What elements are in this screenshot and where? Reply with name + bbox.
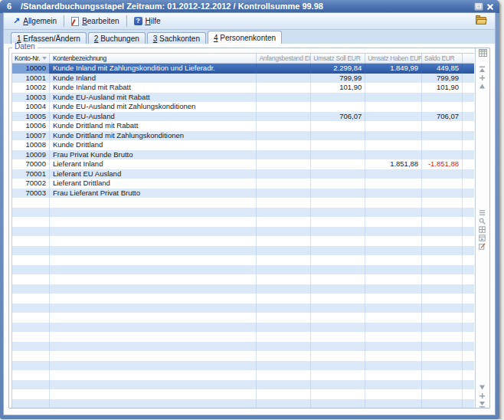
table-row[interactable]: 70001Lieferant EU Ausland: [12, 169, 474, 179]
table-row[interactable]: 70003Frau Lieferant Privat Brutto: [12, 189, 474, 199]
toolbar-button-label: Bearbeiten: [82, 17, 119, 25]
empty-cell: [12, 284, 50, 294]
cell-filler: [463, 179, 474, 189]
empty-cell: [422, 370, 463, 380]
empty-row: [12, 236, 474, 246]
empty-cell: [422, 284, 463, 294]
table-header-row: Konto-Nr.KontenbezeichnungAnfangsbestand…: [12, 54, 474, 64]
search-icon[interactable]: [479, 218, 487, 225]
toolbar-button-allgemein[interactable]: ↗Allgemein: [8, 15, 62, 28]
empty-row: [12, 313, 474, 323]
empty-cell: [365, 380, 422, 390]
table-row[interactable]: 10009Frau Privat Kunde Brutto: [12, 150, 474, 160]
cell-nr: 10007: [12, 131, 50, 141]
table-row[interactable]: 10001Kunde Inland799,99799,99: [12, 74, 474, 84]
column-header-label: Umsatz Soll EUR: [313, 54, 360, 63]
empty-cell: [12, 236, 50, 246]
cell-anfang: [257, 74, 311, 84]
cell-filler: [463, 189, 474, 199]
scroll-bottom-icon[interactable]: [479, 401, 487, 409]
tab-sachkonten[interactable]: 3 Sachkonten: [147, 32, 206, 44]
column-header-6[interactable]: Saldo EUR: [422, 54, 463, 63]
empty-cell: [463, 313, 474, 323]
table-row[interactable]: 10003Kunde EU-Ausland mit Rabatt: [12, 93, 474, 103]
cell-anfang: [257, 83, 311, 93]
title-bar[interactable]: 6 /Standardbuchungsstapel Zeitraum: 01.2…: [0, 0, 499, 13]
empty-cell: [257, 370, 311, 380]
empty-cell: [311, 304, 365, 313]
empty-cell: [257, 255, 311, 265]
close-button[interactable]: [486, 2, 495, 11]
empty-cell: [50, 284, 257, 294]
layout-restore-icon[interactable]: [479, 235, 487, 242]
empty-cell: [422, 198, 463, 208]
application-window: 6 /Standardbuchungsstapel Zeitraum: 01.2…: [0, 0, 499, 419]
scroll-up-icon[interactable]: [479, 83, 487, 90]
cell-soll: [311, 121, 365, 131]
cell-soll: 101,90: [311, 83, 365, 93]
cell-haben: [365, 121, 422, 131]
empty-cell: [311, 389, 365, 399]
column-header-4[interactable]: Umsatz Soll EUR: [311, 54, 365, 63]
table-row[interactable]: 10007Kunde Drittland mit Zahlungskonditi…: [12, 131, 474, 141]
empty-row: [12, 217, 474, 227]
cell-filler: [463, 102, 474, 112]
empty-cell: [365, 284, 422, 294]
empty-cell: [311, 208, 365, 218]
cell-anfang: [257, 112, 311, 122]
empty-row: [12, 389, 474, 399]
table-row[interactable]: 10002Kunde Inland mit Rabatt101,90101,90: [12, 83, 474, 93]
toolbar-separator: [64, 15, 64, 27]
column-header-2[interactable]: Kontenbezeichnung: [50, 54, 257, 63]
empty-cell: [311, 255, 365, 265]
list-menu-icon[interactable]: [479, 209, 487, 217]
cell-haben: 1.851,88: [365, 159, 422, 169]
table-row[interactable]: 70002Lieferant Drittland: [12, 179, 474, 189]
empty-row: [12, 332, 474, 342]
cell-soll: 799,99: [311, 74, 365, 84]
empty-cell: [365, 294, 422, 304]
column-header-3[interactable]: Anfangsbestand EUR: [257, 54, 311, 63]
edit-row-icon[interactable]: [479, 243, 487, 251]
empty-cell: [365, 370, 422, 380]
table-row[interactable]: 70000Lieferant Inland1.851,88-1.851,88: [12, 159, 474, 169]
cell-anfang: [257, 102, 311, 112]
column-header-5[interactable]: Umsatz Haben EUR: [365, 54, 422, 63]
empty-cell: [311, 313, 365, 323]
tab-buchungen[interactable]: 2 Buchungen: [88, 32, 146, 44]
table-row[interactable]: 10005Kunde EU-Ausland706,07706,07: [12, 112, 474, 122]
empty-cell: [311, 236, 365, 246]
open-folder-button[interactable]: [476, 16, 487, 25]
empty-row: [12, 208, 474, 218]
table-row[interactable]: 10000Kunde Inland mit Zahlungskondition …: [12, 64, 474, 74]
table-row[interactable]: 10006Kunde Drittland mit Rabatt: [12, 121, 474, 131]
cell-filler: [463, 131, 474, 141]
cell-haben: [365, 169, 422, 179]
empty-cell: [257, 323, 311, 333]
empty-cell: [257, 217, 311, 227]
column-header-1[interactable]: Konto-Nr.: [12, 54, 50, 63]
tab-personenkonten[interactable]: 4 Personenkonten: [208, 31, 282, 44]
empty-cell: [365, 255, 422, 265]
layout-save-icon[interactable]: [479, 226, 487, 234]
position-row-icon[interactable]: [479, 74, 487, 82]
column-header-label: Umsatz Haben EUR: [368, 54, 422, 63]
toolbar-button-hilfe[interactable]: ?Hilfe: [129, 15, 166, 28]
column-chooser-icon[interactable]: [479, 49, 487, 57]
scroll-down-icon[interactable]: [479, 384, 487, 392]
empty-row: [12, 274, 474, 284]
table-row[interactable]: 10004Kunde EU-Ausland mit Zahlungskondit…: [12, 102, 474, 112]
empty-cell: [12, 198, 50, 208]
empty-cell: [12, 332, 50, 342]
cell-name: Kunde Inland mit Zahlungskondition und L…: [50, 64, 257, 74]
scroll-top-icon[interactable]: [479, 66, 487, 74]
cell-soll: 2.299,84: [311, 64, 365, 74]
table-row[interactable]: 10008Kunde Drittland: [12, 140, 474, 150]
empty-cell: [50, 274, 257, 284]
toolbar-button-bearbeiten[interactable]: Bearbeiten: [66, 15, 124, 28]
empty-cell: [422, 217, 463, 227]
cell-haben: [365, 179, 422, 189]
cell-saldo: [422, 131, 463, 141]
restore-button[interactable]: [474, 2, 483, 11]
position-row-2-icon[interactable]: [479, 392, 487, 400]
